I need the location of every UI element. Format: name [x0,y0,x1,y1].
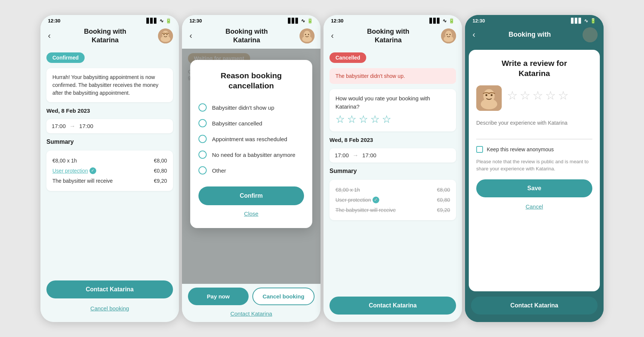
cancellation-modal: Reason booking cancellation Babysitter d… [190,60,312,228]
radio-circle-1 [198,103,207,112]
status-icons-2: ▋▋▋ ∿ 🔋 [288,18,313,24]
review-textarea[interactable] [476,117,592,139]
summary-row-3-3: The babysitter will receive €9,20 [335,205,450,215]
signal-icon: ▋▋▋ [146,18,158,24]
contact-button-2[interactable]: Contact Katarina [188,307,315,320]
back-button-4[interactable]: ‹ [471,28,477,41]
summary-row-1: €8,00 x 1h €8,00 [52,156,167,166]
time-from-1: 17:00 [52,123,66,129]
star-1-3[interactable]: ☆ [335,114,345,125]
confirm-button-2[interactable]: Confirm [198,186,304,205]
anon-label: Keep this review anonymous [487,146,554,152]
info-card-1: Hurrah! Your babysitting appointment is … [46,68,173,102]
summary-card-1: €8,00 x 1h €8,00 User protection ✓ €0,80… [46,151,173,191]
radio-option-3[interactable]: Appointment was rescheduled [198,131,304,147]
close-button-2[interactable]: Close [198,207,304,221]
save-button[interactable]: Save [476,179,592,197]
radio-circle-4 [198,151,207,159]
time-1: 12:30 [48,18,60,24]
bottom-actions-3: Contact Katarina [323,293,462,322]
rating-card-3: How would you rate your booking with Kat… [329,89,456,131]
review-title: Write a review for Katarina [476,58,592,79]
back-button-3[interactable]: ‹ [329,30,335,42]
nav-header-3: ‹ Booking with Katarina [323,25,462,49]
signal-icon-2: ▋▋▋ [288,18,299,24]
status-icons-4: ▋▋▋ ∿ 🔋 [571,18,596,24]
cancel-link-4[interactable]: Cancel [476,201,592,212]
user-protection-link-1: User protection [52,168,88,174]
review-star-1[interactable]: ☆ [507,88,518,103]
user-protection-3: User protection [335,197,371,203]
radio-circle-3 [198,135,207,143]
battery-icon-2: 🔋 [307,18,313,24]
wifi-icon-4: ∿ [584,18,588,24]
radio-option-2[interactable]: Babysitter cancelled [198,115,304,131]
time-2: 12:30 [189,18,202,24]
status-icons-1: ▋▋▋ ∿ 🔋 [146,18,171,24]
contact-button-1[interactable]: Contact Katarina [46,280,173,298]
review-stars: ☆ ☆ ☆ ☆ ☆ [507,85,592,103]
cancel-booking-link-1[interactable]: Cancel booking [46,302,173,315]
svg-point-19 [486,94,487,96]
star-5-3[interactable]: ☆ [382,114,391,125]
avatar-1 [158,28,173,43]
phone-3: 12:30 ▋▋▋ ∿ 🔋 ‹ Booking with Katarina Ca… [323,15,462,322]
summary-row-2: User protection ✓ €0,80 [52,166,167,176]
review-star-4[interactable]: ☆ [545,88,556,103]
check-icon-3: ✓ [373,197,379,203]
content-wrapper-2: Waiting for payment Cancel up to 60 minu… [182,49,321,284]
battery-icon-4: 🔋 [590,18,596,24]
date-3: Wed, 8 Feb 2023 [329,137,456,143]
battery-icon: 🔋 [165,18,171,24]
wifi-icon-3: ∿ [443,18,447,24]
time-row-1: 17:00 → 17:00 [46,119,173,133]
svg-point-20 [491,94,493,96]
svg-point-18 [481,99,497,109]
back-button-2[interactable]: ‹ [188,30,194,42]
svg-point-15 [583,27,598,42]
alert-banner-3: The babysitter didn't show up. [329,68,456,84]
star-3-3[interactable]: ☆ [359,114,368,125]
contact-button-3[interactable]: Contact Katarina [329,297,456,315]
confirmed-badge: Confirmed [46,52,173,63]
avatar-large-4 [476,85,502,111]
star-2-3[interactable]: ☆ [347,114,356,125]
time-to-3: 17:00 [362,152,377,158]
bottom-actions-1: Contact Katarina Cancel booking [40,277,179,322]
nav-header-4: ‹ Booking with [465,25,604,46]
time-4: 12:30 [473,18,485,24]
avatar-4 [583,27,598,42]
status-bar-1: 12:30 ▋▋▋ ∿ 🔋 [40,15,179,25]
summary-row-3-2: User protection ✓ €0,80 [335,195,450,205]
pay-now-button[interactable]: Pay now [188,288,249,305]
svg-point-13 [447,34,448,35]
page-title-3: Booking with Katarina [367,27,409,45]
star-4-3[interactable]: ☆ [370,114,380,125]
summary-row-3: The babysitter will receive €9,20 [52,176,167,186]
radio-option-5[interactable]: Other [198,163,304,178]
cancelled-badge-3: Cancelled [329,52,456,63]
note-text: Please note that the review is public an… [476,158,592,173]
review-modal-card: Write a review for Katarina ☆ ☆ ☆ [469,50,600,291]
svg-point-9 [308,34,309,35]
ph4-bottom: Contact Katarina [465,291,604,322]
review-star-5[interactable]: ☆ [558,88,569,103]
review-star-3[interactable]: ☆ [532,88,543,103]
radio-option-1[interactable]: Babysitter didn't show up [198,100,304,115]
check-icon-1: ✓ [89,167,96,174]
time-to-1: 17:00 [79,123,94,129]
summary-card-3: €8,00 x 1h €8,00 User protection ✓ €0,80… [329,180,456,220]
status-bar-2: 12:30 ▋▋▋ ∿ 🔋 [182,15,321,25]
contact-button-4[interactable]: Contact Katarina [471,297,598,315]
status-bar-3: 12:30 ▋▋▋ ∿ 🔋 [323,15,462,25]
review-star-2[interactable]: ☆ [520,88,531,103]
radio-option-4[interactable]: No need for a babysitter anymore [198,147,304,163]
back-button-1[interactable]: ‹ [46,30,52,42]
summary-title-3: Summary [329,168,456,174]
phone-4: 12:30 ▋▋▋ ∿ 🔋 ‹ Booking with Write a rev… [465,15,604,322]
arrow-1: → [70,123,76,130]
anon-checkbox[interactable] [476,146,483,153]
anon-row: Keep this review anonymous [476,146,592,153]
cancel-booking-button-2[interactable]: Cancel booking [252,288,315,305]
svg-point-14 [450,34,451,35]
